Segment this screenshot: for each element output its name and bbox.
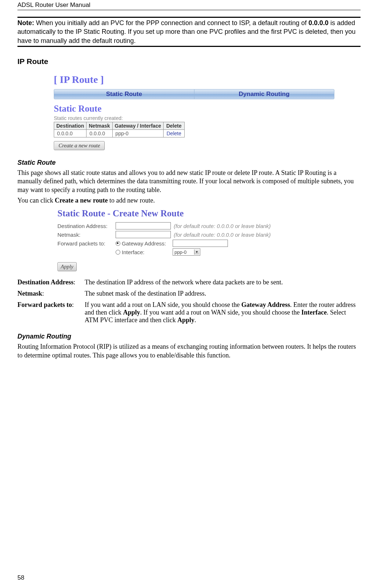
d3-s2: Apply: [123, 309, 140, 316]
dest-hint: (for default route: 0.0.0.0 or leave bla…: [174, 223, 271, 229]
interface-value: ppp-0: [174, 249, 186, 255]
shot1-heading: Static Route: [54, 104, 361, 114]
def-dest-desc: The destination IP address of the networ…: [85, 279, 361, 286]
routes-table: Destination Netmask Gateway / Interface …: [54, 122, 185, 137]
d3-s4: Apply: [177, 316, 194, 324]
netmask-input[interactable]: [116, 231, 171, 238]
def-netmask-term: Netmask: [17, 290, 42, 297]
interface-select[interactable]: ppp-0 ▼: [173, 248, 200, 256]
apply-button[interactable]: Apply: [57, 262, 77, 271]
dest-address-label: Destination Address:: [57, 223, 116, 229]
shot1-list-label: Static routes currently created:: [54, 115, 361, 121]
cell-gateway: ppp-0: [112, 129, 164, 137]
static-route-subheading: Static Route: [17, 159, 361, 167]
delete-link[interactable]: Delete: [164, 129, 184, 137]
sr-p2-pre: You can click: [17, 197, 55, 204]
d3-pre: If you want add a rout on LAN side, you …: [85, 301, 241, 308]
static-route-instruction: You can click Create a new route to add …: [17, 196, 361, 205]
note-text-pre: When you initially add an PVC for the PP…: [34, 19, 309, 27]
table-row: 0.0.0.0 0.0.0.0 ppp-0 Delete: [54, 129, 185, 137]
d3-m2: . If you want add a rout on WAN side, yo…: [140, 309, 302, 316]
def-forward-desc: If you want add a rout on LAN side, you …: [85, 301, 361, 324]
dest-address-input[interactable]: [116, 222, 171, 229]
d3-s3: Interface: [301, 309, 327, 316]
d3-post: .: [194, 316, 196, 324]
th-netmask: Netmask: [87, 122, 112, 129]
radio-interface[interactable]: [116, 250, 120, 255]
cell-netmask: 0.0.0.0: [87, 129, 112, 137]
page-number: 58: [17, 574, 24, 581]
section-ip-route-title: IP Route: [17, 57, 361, 66]
tab-static-route[interactable]: Static Route: [54, 89, 194, 99]
th-destination: Destination: [54, 122, 87, 129]
def-forward-term: Forward packets to: [17, 301, 72, 308]
netmask-label: Netmask:: [57, 232, 116, 238]
gateway-address-input[interactable]: [173, 240, 228, 247]
screenshot-create-route: Static Route - Create New Route Destinat…: [57, 208, 319, 271]
sr-p2-post: to add new route.: [108, 197, 154, 204]
th-gateway: Gateway / Interface: [112, 122, 164, 129]
cell-destination: 0.0.0.0: [54, 129, 87, 137]
note-label: Note:: [17, 19, 34, 27]
doc-header: ADSL Router User Manual: [17, 0, 361, 10]
note-ip: 0.0.0.0: [309, 19, 329, 27]
forward-packets-label: Forward packets to:: [57, 240, 116, 247]
definitions: Destination Address: The destination IP …: [17, 279, 361, 324]
tab-dynamic-routing[interactable]: Dynamic Routing: [194, 89, 334, 99]
sr-p2-strong: Create a new route: [55, 197, 108, 204]
dynamic-routing-subheading: Dynamic Routing: [17, 333, 361, 340]
chevron-down-icon: ▼: [194, 249, 199, 255]
dynamic-routing-desc: Routing Information Protocol (RIP) is ut…: [17, 343, 361, 360]
d3-s1: Gateway Address: [241, 301, 290, 308]
netmask-hint: (for default route: 0.0.0.0 or leave bla…: [174, 232, 271, 238]
tab-bar: Static Route Dynamic Routing: [54, 89, 334, 99]
th-delete: Delete: [164, 122, 184, 129]
note-box: Note: When you initially add an PVC for …: [17, 17, 361, 47]
shot1-title: [ IP Route ]: [54, 74, 361, 85]
create-route-button[interactable]: Create a new route: [54, 141, 105, 150]
shot2-title: Static Route - Create New Route: [57, 208, 319, 219]
def-dest-term: Destination Address: [17, 279, 73, 286]
gateway-address-label: Gateway Address:: [122, 240, 173, 247]
def-netmask-desc: The subnet mask of the destination IP ad…: [85, 290, 361, 297]
screenshot-ip-route: [ IP Route ] Static Route Dynamic Routin…: [54, 74, 361, 150]
interface-label: Interface:: [122, 249, 173, 255]
table-header-row: Destination Netmask Gateway / Interface …: [54, 122, 185, 129]
static-route-desc: This page shows all static route status …: [17, 169, 361, 194]
radio-gateway-address[interactable]: [116, 241, 120, 246]
